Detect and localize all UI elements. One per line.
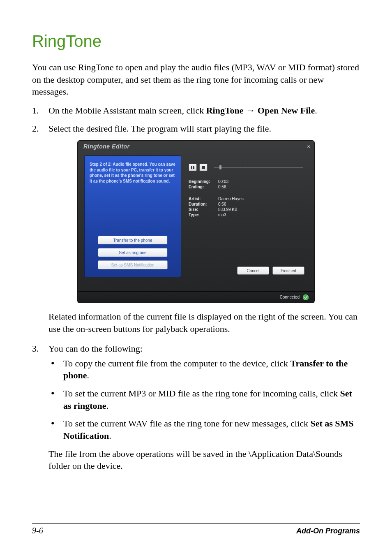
finished-button[interactable]: Finished xyxy=(272,266,304,275)
stop-icon xyxy=(201,165,205,169)
bullet-transfer: To copy the current file from the comput… xyxy=(48,357,360,382)
svg-rect-1 xyxy=(193,166,194,169)
stop-button[interactable] xyxy=(199,164,208,171)
artist-value: Darren Hayes xyxy=(218,197,304,201)
size-value: 883.99 KB xyxy=(218,207,304,212)
step-1: 1. On the Mobile Assistant main screen, … xyxy=(32,104,360,117)
type-label: Type: xyxy=(189,213,218,217)
set-as-ringtone-button[interactable]: Set as ringtone xyxy=(98,248,168,257)
svg-rect-2 xyxy=(202,166,205,169)
artist-label: Artist: xyxy=(189,197,218,201)
left-panel: Step 2 of 2: Audio file opened. You can … xyxy=(84,155,181,277)
bullet-ringtone: To set the current MP3 or MID file as th… xyxy=(48,387,360,412)
transfer-to-phone-button[interactable]: Transfer to the phone xyxy=(98,236,168,245)
bullet-sms: To set the current WAV file as the ring … xyxy=(48,417,360,442)
ending-value: 0:56 xyxy=(218,185,304,189)
step-1-text-pre: On the Mobile Assistant main screen, cli… xyxy=(48,105,206,116)
step-1-text-post: . xyxy=(315,105,317,116)
connected-icon xyxy=(303,294,309,300)
step-instructions: Step 2 of 2: Audio file opened. You can … xyxy=(90,162,176,184)
step-2-text: Select the desired file. The program wil… xyxy=(48,123,360,135)
step-3-number: 3. xyxy=(32,343,48,472)
minimize-icon[interactable]: — xyxy=(300,144,304,149)
ending-label: Ending: xyxy=(189,185,218,189)
page-title: RingTone xyxy=(32,32,360,51)
intro-paragraph: You can use RingTone to open and play th… xyxy=(32,61,360,98)
step-2: 2. Select the desired file. The program … xyxy=(32,123,360,135)
bullet-ringtone-post: . xyxy=(106,401,109,411)
step-3: 3. You can do the following: To copy the… xyxy=(32,343,360,472)
set-as-sms-notification-button[interactable]: Set as SMS Notification xyxy=(98,260,168,269)
pause-button[interactable] xyxy=(189,164,197,171)
seek-slider[interactable] xyxy=(214,167,303,168)
close-icon[interactable]: ✕ xyxy=(307,144,310,149)
bullet-sms-pre: To set the current WAV file as the ring … xyxy=(63,418,310,429)
seek-knob[interactable] xyxy=(219,165,221,169)
step-1-number: 1. xyxy=(32,104,48,117)
page-number: 9-6 xyxy=(32,526,43,535)
bullet-transfer-pre: To copy the current file from the comput… xyxy=(63,358,291,368)
page-footer: 9-6 Add-On Programs xyxy=(32,523,360,535)
cancel-button[interactable]: Cancel xyxy=(237,266,269,275)
duration-value: 0:56 xyxy=(218,202,304,206)
embedded-screenshot: Ringtone Editor — ✕ Step 2 of 2: Audio f… xyxy=(32,140,360,303)
type-value: mp3 xyxy=(218,213,304,217)
window-title: Ringtone Editor xyxy=(83,143,130,150)
step-2-number: 2. xyxy=(32,123,48,135)
duration-label: Duration: xyxy=(189,202,218,206)
ringtone-editor-window: Ringtone Editor — ✕ Step 2 of 2: Audio f… xyxy=(77,140,315,303)
beginning-label: Beginning: xyxy=(189,179,218,184)
bullet-sms-post: . xyxy=(109,431,111,441)
beginning-value: 00:03 xyxy=(218,179,304,184)
after-image-paragraph: Related information of the current file … xyxy=(48,310,360,335)
svg-rect-0 xyxy=(191,166,192,169)
bullet-transfer-post: . xyxy=(87,370,89,380)
size-label: Size: xyxy=(189,207,218,212)
step-3-text: You can do the following: xyxy=(48,343,143,354)
pause-icon xyxy=(191,165,195,169)
connection-status: Connected xyxy=(280,295,300,299)
trailing-paragraph: The file from the above operations will … xyxy=(48,448,360,472)
bullet-ringtone-pre: To set the current MP3 or MID file as th… xyxy=(63,388,340,398)
section-name: Add-On Programs xyxy=(296,527,360,535)
right-panel: Beginning: 00:03 Ending: 0:56 Artist: Da… xyxy=(187,155,308,277)
step-1-bold-open: Open New File xyxy=(258,105,315,116)
step-1-bold-ringtone: RingTone xyxy=(206,105,244,116)
arrow-icon: → xyxy=(244,105,258,116)
